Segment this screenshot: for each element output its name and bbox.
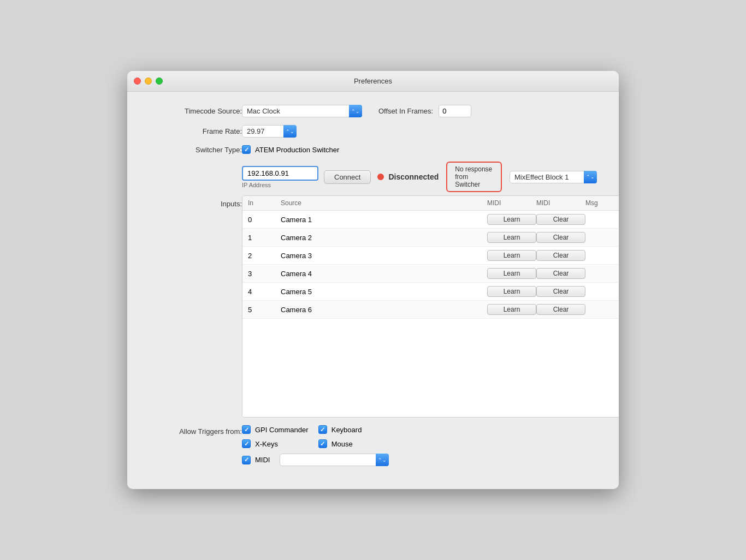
framerate-select[interactable]: 29.97 bbox=[242, 125, 297, 138]
offset-label: Offset In Frames: bbox=[378, 107, 433, 115]
row-source: Camera 5 bbox=[281, 288, 487, 296]
midi-select-wrapper[interactable] bbox=[280, 454, 389, 466]
row-source: Camera 6 bbox=[281, 306, 487, 314]
col-source: Source bbox=[281, 199, 487, 207]
learn-button[interactable]: Learn bbox=[487, 232, 536, 243]
learn-button[interactable]: Learn bbox=[487, 286, 536, 297]
triggers-label: Allow Triggers from: bbox=[149, 425, 242, 436]
trigger-keyboard: Keyboard bbox=[318, 425, 389, 434]
clear-button[interactable]: Clear bbox=[536, 268, 585, 279]
row-in: 3 bbox=[248, 270, 281, 278]
inputs-row: Inputs: In Source MIDI MIDI Msg 0 Camera… bbox=[149, 195, 597, 418]
window-title: Preferences bbox=[354, 77, 392, 85]
mixeffect-select[interactable]: MixEffect Block 1 bbox=[510, 171, 597, 183]
learn-button[interactable]: Learn bbox=[487, 304, 536, 315]
timecode-select-wrapper[interactable]: Mac Clock bbox=[242, 105, 362, 117]
ip-label: IP Address bbox=[242, 182, 318, 188]
row-in: 5 bbox=[248, 306, 281, 314]
switcher-label: Switcher Type: bbox=[149, 146, 242, 154]
row-in: 2 bbox=[248, 252, 281, 260]
row-source: Camera 3 bbox=[281, 252, 487, 260]
table-row: 1 Camera 2 Learn Clear bbox=[242, 229, 619, 247]
framerate-label: Frame Rate: bbox=[149, 127, 242, 135]
trigger-mouse: Mouse bbox=[318, 439, 389, 448]
minimize-button[interactable] bbox=[145, 78, 152, 85]
framerate-select-wrapper[interactable]: 29.97 bbox=[242, 125, 297, 138]
row-in: 1 bbox=[248, 234, 281, 242]
clear-button[interactable]: Clear bbox=[536, 232, 585, 243]
clear-button[interactable]: Clear bbox=[536, 214, 585, 225]
no-response-box: No response from Switcher bbox=[446, 162, 502, 192]
trigger-xkeys: X-Keys bbox=[242, 439, 313, 448]
switcher-row: Switcher Type: ATEM Production Switcher bbox=[149, 145, 597, 154]
table-row: 0 Camera 1 Learn Clear bbox=[242, 211, 619, 229]
titlebar: Preferences bbox=[127, 71, 619, 92]
timecode-select[interactable]: Mac Clock bbox=[242, 105, 362, 117]
status-indicator bbox=[377, 174, 384, 180]
trigger-gpi: GPI Commander bbox=[242, 425, 313, 434]
midi-row: MIDI bbox=[242, 454, 389, 466]
disconnected-label: Disconnected bbox=[388, 172, 439, 181]
triggers-section: GPI Commander Keyboard X-Keys bbox=[242, 425, 389, 466]
close-button[interactable] bbox=[134, 78, 141, 85]
no-response-text: No response from Switcher bbox=[455, 165, 492, 188]
timecode-label: Timecode Source: bbox=[149, 107, 242, 115]
table-row: 5 Camera 6 Learn Clear bbox=[242, 301, 619, 319]
framerate-row: Frame Rate: 29.97 bbox=[149, 125, 597, 138]
col-midi-2: MIDI bbox=[536, 199, 585, 207]
keyboard-checkbox[interactable] bbox=[318, 425, 327, 434]
mouse-label: Mouse bbox=[331, 440, 353, 448]
midi-select[interactable] bbox=[280, 454, 389, 466]
connection-row: IP Address Connect Disconnected No respo… bbox=[242, 162, 597, 192]
clear-button[interactable]: Clear bbox=[536, 250, 585, 261]
timecode-row: Timecode Source: Mac Clock Offset In Fra… bbox=[149, 105, 597, 117]
row-source: Camera 1 bbox=[281, 216, 487, 224]
col-in: In bbox=[248, 199, 281, 207]
clear-button[interactable]: Clear bbox=[536, 304, 585, 315]
switcher-text: ATEM Production Switcher bbox=[255, 146, 339, 154]
xkeys-checkbox[interactable] bbox=[242, 439, 251, 448]
table-row: 4 Camera 5 Learn Clear bbox=[242, 283, 619, 301]
switcher-checkbox-row: ATEM Production Switcher bbox=[242, 145, 339, 154]
keyboard-label: Keyboard bbox=[331, 426, 362, 434]
clear-button[interactable]: Clear bbox=[536, 286, 585, 297]
empty-rows bbox=[242, 319, 619, 417]
table-row: 2 Camera 3 Learn Clear bbox=[242, 247, 619, 265]
zoom-button[interactable] bbox=[156, 78, 163, 85]
row-in: 0 bbox=[248, 216, 281, 224]
learn-button[interactable]: Learn bbox=[487, 214, 536, 225]
connect-button[interactable]: Connect bbox=[324, 170, 371, 184]
mixeffect-select-wrapper[interactable]: MixEffect Block 1 bbox=[510, 171, 597, 183]
offset-input[interactable] bbox=[439, 105, 471, 117]
gpi-checkbox[interactable] bbox=[242, 425, 251, 434]
learn-button[interactable]: Learn bbox=[487, 268, 536, 279]
col-midi-1: MIDI bbox=[487, 199, 536, 207]
preferences-window: Preferences Timecode Source: Mac Clock O… bbox=[127, 71, 619, 489]
inputs-table: In Source MIDI MIDI Msg 0 Camera 1 Learn… bbox=[242, 195, 619, 418]
ip-input[interactable] bbox=[242, 166, 318, 181]
mouse-checkbox[interactable] bbox=[318, 439, 327, 448]
traffic-lights bbox=[134, 78, 163, 85]
col-msg: Msg bbox=[585, 199, 618, 207]
content-area: Timecode Source: Mac Clock Offset In Fra… bbox=[127, 92, 619, 489]
row-in: 4 bbox=[248, 288, 281, 296]
row-source: Camera 2 bbox=[281, 234, 487, 242]
xkeys-label: X-Keys bbox=[255, 440, 278, 448]
gpi-label: GPI Commander bbox=[255, 426, 309, 434]
triggers-grid: GPI Commander Keyboard X-Keys bbox=[242, 425, 389, 448]
midi-checkbox[interactable] bbox=[242, 456, 251, 464]
inputs-label: Inputs: bbox=[149, 195, 242, 208]
switcher-checkbox[interactable] bbox=[242, 145, 251, 154]
table-row: 3 Camera 4 Learn Clear bbox=[242, 265, 619, 283]
learn-button[interactable]: Learn bbox=[487, 250, 536, 261]
table-header: In Source MIDI MIDI Msg bbox=[242, 196, 619, 211]
row-source: Camera 4 bbox=[281, 270, 487, 278]
triggers-row: Allow Triggers from: GPI Commander Keybo… bbox=[149, 425, 597, 466]
midi-label: MIDI bbox=[255, 456, 270, 464]
